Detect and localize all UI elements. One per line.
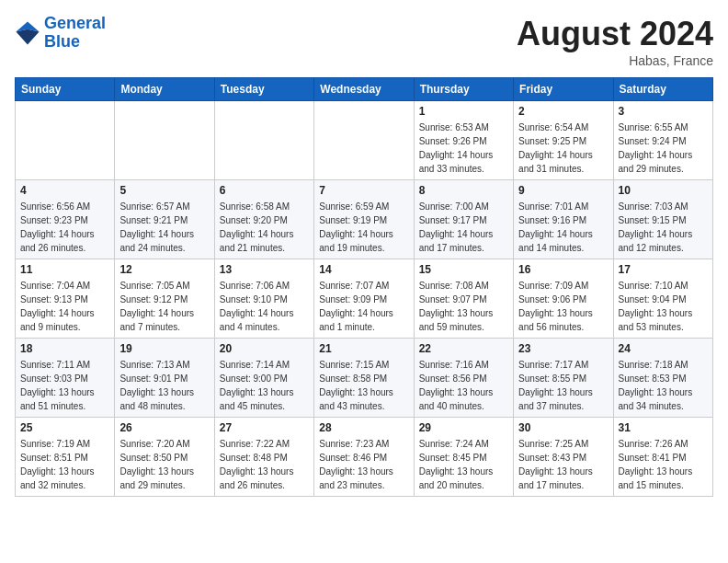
day-number: 25 [20,421,109,434]
day-number: 19 [119,342,209,355]
week-row-4: 18Sunrise: 7:11 AMSunset: 9:03 PMDayligh… [16,339,713,418]
day-number: 22 [419,342,508,355]
day-cell: 8Sunrise: 7:00 AMSunset: 9:17 PMDaylight… [414,180,513,259]
logo: General Blue [15,15,106,52]
day-number: 27 [220,421,309,434]
day-cell [16,101,115,180]
day-info: Sunrise: 7:11 AMSunset: 9:03 PMDaylight:… [20,358,109,413]
calendar-body: 1Sunrise: 6:53 AMSunset: 9:26 PMDaylight… [16,101,713,497]
day-cell: 3Sunrise: 6:55 AMSunset: 9:24 PMDaylight… [613,101,712,180]
day-info: Sunrise: 7:00 AMSunset: 9:17 PMDaylight:… [419,200,508,255]
week-row-3: 11Sunrise: 7:04 AMSunset: 9:13 PMDayligh… [16,259,713,339]
day-info: Sunrise: 7:07 AMSunset: 9:09 PMDaylight:… [319,279,408,334]
header-day-wednesday: Wednesday [314,78,414,101]
day-info: Sunrise: 6:59 AMSunset: 9:19 PMDaylight:… [319,200,408,255]
day-info: Sunrise: 7:19 AMSunset: 8:51 PMDaylight:… [20,437,109,492]
calendar-table: SundayMondayTuesdayWednesdayThursdayFrid… [15,77,713,497]
day-number: 9 [518,184,608,197]
day-cell: 24Sunrise: 7:18 AMSunset: 8:53 PMDayligh… [613,339,712,418]
day-cell: 5Sunrise: 6:57 AMSunset: 9:21 PMDaylight… [115,180,214,259]
day-number: 14 [319,263,408,276]
svg-marker-1 [16,29,39,45]
header-day-monday: Monday [115,78,214,101]
day-cell: 31Sunrise: 7:26 AMSunset: 8:41 PMDayligh… [613,418,712,497]
day-info: Sunrise: 7:06 AMSunset: 9:10 PMDaylight:… [220,279,309,334]
day-number: 1 [419,105,508,118]
day-cell: 19Sunrise: 7:13 AMSunset: 9:01 PMDayligh… [115,339,214,418]
day-cell: 20Sunrise: 7:14 AMSunset: 9:00 PMDayligh… [214,339,313,418]
day-cell: 26Sunrise: 7:20 AMSunset: 8:50 PMDayligh… [115,418,214,497]
day-number: 26 [119,421,209,434]
day-number: 31 [619,421,708,434]
day-info: Sunrise: 7:04 AMSunset: 9:13 PMDaylight:… [20,279,109,334]
day-cell: 17Sunrise: 7:10 AMSunset: 9:04 PMDayligh… [613,259,712,339]
day-info: Sunrise: 6:57 AMSunset: 9:21 PMDaylight:… [119,200,209,255]
day-info: Sunrise: 7:17 AMSunset: 8:55 PMDaylight:… [518,358,608,413]
day-cell: 11Sunrise: 7:04 AMSunset: 9:13 PMDayligh… [16,259,115,339]
day-info: Sunrise: 7:22 AMSunset: 8:48 PMDaylight:… [220,437,309,492]
day-number: 5 [119,184,209,197]
day-number: 6 [220,184,309,197]
day-info: Sunrise: 6:54 AMSunset: 9:25 PMDaylight:… [518,121,608,176]
day-cell: 6Sunrise: 6:58 AMSunset: 9:20 PMDaylight… [214,180,313,259]
logo-line1: General [44,14,106,32]
day-info: Sunrise: 7:14 AMSunset: 9:00 PMDaylight:… [220,358,309,413]
day-info: Sunrise: 7:10 AMSunset: 9:04 PMDaylight:… [619,279,708,334]
day-cell: 25Sunrise: 7:19 AMSunset: 8:51 PMDayligh… [16,418,115,497]
day-number: 29 [419,421,508,434]
day-number: 18 [20,342,109,355]
day-number: 4 [20,184,109,197]
day-cell [314,101,414,180]
header-day-thursday: Thursday [414,78,513,101]
day-info: Sunrise: 7:03 AMSunset: 9:15 PMDaylight:… [619,200,708,255]
day-number: 28 [319,421,408,434]
day-number: 12 [119,263,209,276]
day-cell: 21Sunrise: 7:15 AMSunset: 8:58 PMDayligh… [314,339,414,418]
header-day-tuesday: Tuesday [214,78,313,101]
day-number: 16 [518,263,608,276]
day-info: Sunrise: 6:56 AMSunset: 9:23 PMDaylight:… [20,200,109,255]
day-cell: 2Sunrise: 6:54 AMSunset: 9:25 PMDaylight… [514,101,613,180]
day-cell: 9Sunrise: 7:01 AMSunset: 9:16 PMDaylight… [514,180,613,259]
day-info: Sunrise: 6:55 AMSunset: 9:24 PMDaylight:… [619,121,708,176]
day-info: Sunrise: 7:24 AMSunset: 8:45 PMDaylight:… [419,437,508,492]
day-info: Sunrise: 7:18 AMSunset: 8:53 PMDaylight:… [619,358,708,413]
day-number: 24 [619,342,708,355]
day-cell: 28Sunrise: 7:23 AMSunset: 8:46 PMDayligh… [314,418,414,497]
day-cell: 10Sunrise: 7:03 AMSunset: 9:15 PMDayligh… [613,180,712,259]
day-cell: 7Sunrise: 6:59 AMSunset: 9:19 PMDaylight… [314,180,414,259]
day-info: Sunrise: 6:58 AMSunset: 9:20 PMDaylight:… [220,200,309,255]
day-cell: 15Sunrise: 7:08 AMSunset: 9:07 PMDayligh… [414,259,513,339]
day-info: Sunrise: 7:15 AMSunset: 8:58 PMDaylight:… [319,358,408,413]
day-number: 10 [619,184,708,197]
header-day-saturday: Saturday [613,78,712,101]
day-number: 2 [518,105,608,118]
day-cell: 22Sunrise: 7:16 AMSunset: 8:56 PMDayligh… [414,339,513,418]
day-cell: 18Sunrise: 7:11 AMSunset: 9:03 PMDayligh… [16,339,115,418]
day-cell: 29Sunrise: 7:24 AMSunset: 8:45 PMDayligh… [414,418,513,497]
day-cell: 13Sunrise: 7:06 AMSunset: 9:10 PMDayligh… [214,259,313,339]
day-cell: 16Sunrise: 7:09 AMSunset: 9:06 PMDayligh… [514,259,613,339]
day-cell: 27Sunrise: 7:22 AMSunset: 8:48 PMDayligh… [214,418,313,497]
day-number: 7 [319,184,408,197]
header-day-sunday: Sunday [16,78,115,101]
day-cell: 30Sunrise: 7:25 AMSunset: 8:43 PMDayligh… [514,418,613,497]
day-number: 30 [518,421,608,434]
day-info: Sunrise: 7:08 AMSunset: 9:07 PMDaylight:… [419,279,508,334]
day-info: Sunrise: 7:13 AMSunset: 9:01 PMDaylight:… [119,358,209,413]
day-cell: 12Sunrise: 7:05 AMSunset: 9:12 PMDayligh… [115,259,214,339]
day-cell: 4Sunrise: 6:56 AMSunset: 9:23 PMDaylight… [16,180,115,259]
day-info: Sunrise: 7:09 AMSunset: 9:06 PMDaylight:… [518,279,608,334]
day-cell: 14Sunrise: 7:07 AMSunset: 9:09 PMDayligh… [314,259,414,339]
day-info: Sunrise: 7:01 AMSunset: 9:16 PMDaylight:… [518,200,608,255]
logo-icon [15,20,40,46]
day-number: 3 [619,105,708,118]
day-cell: 23Sunrise: 7:17 AMSunset: 8:55 PMDayligh… [514,339,613,418]
day-number: 15 [419,263,508,276]
calendar-header: SundayMondayTuesdayWednesdayThursdayFrid… [16,78,713,101]
day-number: 23 [518,342,608,355]
day-info: Sunrise: 7:20 AMSunset: 8:50 PMDaylight:… [119,437,209,492]
day-info: Sunrise: 7:16 AMSunset: 8:56 PMDaylight:… [419,358,508,413]
page-header: General Blue August 2024 Habas, France [15,15,713,68]
day-info: Sunrise: 7:23 AMSunset: 8:46 PMDaylight:… [319,437,408,492]
